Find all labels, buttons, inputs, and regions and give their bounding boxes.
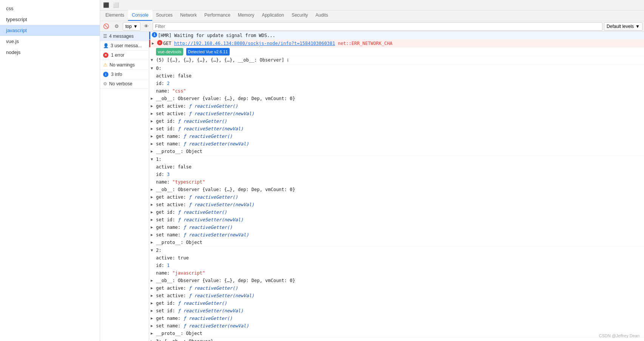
item1-set-id-arrow[interactable]: ▶	[151, 216, 156, 223]
user-icon: 👤	[103, 43, 109, 48]
error-text: GET http://192.168.46.134:8080/sockjs-no…	[163, 40, 642, 47]
item1-set-id: ▶ set id: ƒ reactiveSetter(newVal)	[149, 216, 644, 224]
item3-expand-arrow[interactable]: ▶	[151, 338, 156, 341]
tab-elements[interactable]: Elements	[102, 10, 128, 21]
tab-security[interactable]: Security	[288, 10, 312, 21]
tab-memory[interactable]: Memory	[234, 10, 258, 21]
tab-audits[interactable]: Audits	[312, 10, 332, 21]
context-selector[interactable]: top ▼	[123, 22, 141, 31]
item1-get-name-arrow[interactable]: ▶	[151, 224, 156, 231]
eye-icon[interactable]: 👁	[142, 22, 151, 31]
sidebar-item-nodejs[interactable]: nodejs	[0, 47, 100, 58]
sidebar-item-javascript[interactable]: javascript	[0, 25, 100, 36]
devtools-dock-icon[interactable]: ⬛	[102, 1, 111, 10]
array-info-icon[interactable]: ℹ	[287, 58, 289, 63]
error-url[interactable]: http://192.168.46.134:8080/sockjs-node/i…	[174, 41, 335, 46]
tab-sources[interactable]: Sources	[152, 10, 176, 21]
console-clear-icon[interactable]: 🚫	[102, 22, 111, 31]
item1-get-active: ▶ get active: ƒ reactiveGetter()	[149, 193, 644, 201]
console-array-item1: ▼ 1: ▶ active: false ▶ id: 3 ▶ name: "ty…	[149, 156, 644, 247]
item2-set-name-arrow[interactable]: ▶	[151, 322, 156, 329]
item2-active: ▶ active: true	[149, 254, 644, 262]
console-output[interactable]: i [HMR] Waiting for update signal from W…	[149, 32, 644, 341]
console-sidebar-errors[interactable]: ✕ 1 error	[100, 51, 149, 60]
item2-set-id: ▶ set id: ƒ reactiveSetter(newVal)	[149, 307, 644, 315]
item1-set-name-arrow[interactable]: ▶	[151, 231, 156, 238]
levels-label: Default levels	[607, 24, 634, 29]
sidebar-item-typescript[interactable]: typescript	[0, 14, 100, 25]
sidebar-item-vuejs[interactable]: vue.js	[0, 36, 100, 47]
item1-ob-arrow[interactable]: ▶	[151, 186, 156, 193]
item0-get-active: ▶ get active: ƒ reactiveGetter()	[149, 102, 644, 110]
info-label: 3 info	[111, 72, 122, 77]
vue-devtools-badge: vue-devtools	[156, 48, 183, 56]
item2-ob-arrow[interactable]: ▶	[151, 277, 156, 284]
item1-get-id-arrow[interactable]: ▶	[151, 209, 156, 216]
item0-expand-arrow[interactable]: ▼	[151, 65, 156, 72]
hmr-text: [HMR] Waiting for update signal from WDS…	[158, 32, 642, 39]
item0-ob-arrow[interactable]: ▶	[151, 95, 156, 102]
console-sidebar-warnings[interactable]: ⚠ No warnings	[100, 60, 149, 70]
item0-name: ▶ name: "css"	[149, 87, 644, 95]
user-messages-label: 3 user messa...	[111, 43, 142, 48]
item1-expand-arrow[interactable]: ▼	[151, 156, 156, 163]
item0-set-active-arrow[interactable]: ▶	[151, 110, 156, 117]
console-sidebar-all-messages[interactable]: ☰ 4 messages	[100, 32, 149, 41]
error-icon: ✕	[103, 52, 108, 58]
devtools-undock-icon[interactable]: ⬜	[111, 1, 120, 10]
item0-get-id-arrow[interactable]: ▶	[151, 118, 156, 125]
item0-get-active-arrow[interactable]: ▶	[151, 103, 156, 110]
item1-active: ▶ active: false	[149, 163, 644, 171]
sidebar-label-vuejs: vue.js	[6, 39, 19, 44]
console-sidebar: ☰ 4 messages 👤 3 user messa... ✕ 1 error…	[100, 32, 149, 341]
error-circle-icon: ✕	[157, 40, 162, 45]
array-header-text: (5) [{…}, {…}, {…}, {…}, {…}, __ob__: Ob…	[156, 57, 642, 64]
item2-expand-arrow[interactable]: ▼	[151, 247, 156, 254]
sidebar-item-css[interactable]: css	[0, 3, 100, 14]
console-sidebar-verbose[interactable]: ⚙ No verbose	[100, 79, 149, 89]
tab-network[interactable]: Network	[176, 10, 201, 21]
item0-set-id-arrow[interactable]: ▶	[151, 125, 156, 132]
item1-proto-arrow[interactable]: ▶	[151, 239, 156, 246]
list-icon: ☰	[103, 34, 107, 39]
verbose-icon: ⚙	[103, 81, 107, 86]
item0-get-name-arrow[interactable]: ▶	[151, 133, 156, 140]
item0-proto-arrow[interactable]: ▶	[151, 148, 156, 155]
item2-set-id-arrow[interactable]: ▶	[151, 307, 156, 314]
item1-get-active-arrow[interactable]: ▶	[151, 194, 156, 201]
context-label: top	[125, 24, 132, 29]
item2-proto-arrow[interactable]: ▶	[151, 330, 156, 337]
console-settings-icon[interactable]: ⚙	[112, 22, 121, 31]
tab-performance[interactable]: Performance	[201, 10, 234, 21]
item2-get-id-arrow[interactable]: ▶	[151, 300, 156, 307]
item2-set-active-arrow[interactable]: ▶	[151, 292, 156, 299]
vue-detected-badge: Detected Vue v2.6.11	[186, 48, 230, 56]
console-array-item3: ▶ 3: {__ob__: Observer}	[149, 338, 644, 341]
item1-get-name: ▶ get name: ƒ reactiveGetter()	[149, 224, 644, 231]
levels-selector[interactable]: Default levels ▼	[604, 22, 642, 31]
item2-index: 2:	[156, 247, 642, 254]
levels-arrow: ▼	[635, 24, 640, 29]
item0-get-name: ▶ get name: ƒ reactiveGetter()	[149, 133, 644, 140]
tab-console[interactable]: Console	[128, 10, 152, 21]
error-suffix: net::ERR_NETWORK_CHA	[338, 41, 392, 46]
console-sidebar-user-messages[interactable]: 👤 3 user messa...	[100, 41, 149, 51]
devtools-panel: ⬛ ⬜ Elements Console Sources Network Per…	[100, 0, 644, 341]
item2-id: ▶ id: 1	[149, 262, 644, 269]
array-expand-arrow[interactable]: ▼	[151, 57, 156, 63]
console-sidebar-info[interactable]: i 3 info	[100, 70, 149, 79]
item2-get-id: ▶ get id: ƒ reactiveGetter()	[149, 299, 644, 307]
item2-get-name-arrow[interactable]: ▶	[151, 315, 156, 322]
item2-ob: ▶ __ob__: Observer {value: {…}, dep: Dep…	[149, 277, 644, 284]
item1-set-active-arrow[interactable]: ▶	[151, 201, 156, 208]
tab-application[interactable]: Application	[258, 10, 288, 21]
console-entry-hmr: i [HMR] Waiting for update signal from W…	[149, 32, 644, 40]
error-expand-arrow[interactable]: ▶	[152, 40, 157, 47]
devtools-top-toolbar: ⬛ ⬜	[100, 0, 644, 11]
context-dropdown-arrow: ▼	[133, 24, 138, 29]
item0-set-name-arrow[interactable]: ▶	[151, 140, 156, 147]
sidebar-label-typescript: typescript	[6, 17, 27, 22]
item2-get-active-arrow[interactable]: ▶	[151, 285, 156, 292]
console-filter-input[interactable]	[153, 22, 602, 31]
item0-set-active: ▶ set active: ƒ reactiveSetter(newVal)	[149, 110, 644, 117]
